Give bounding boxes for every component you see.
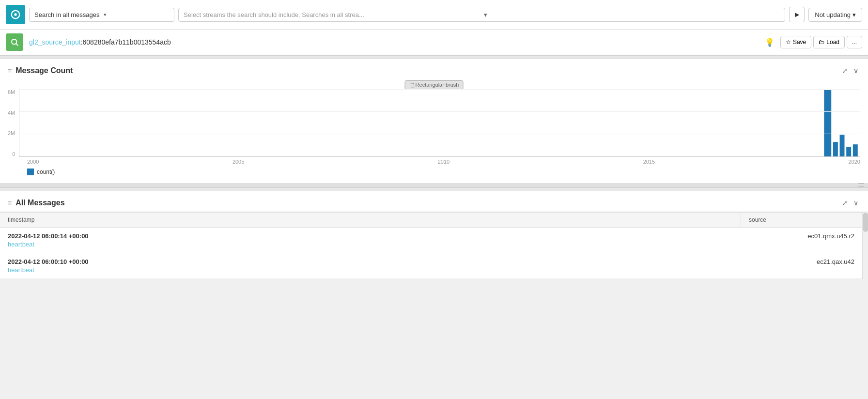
section-divider-2 xyxy=(0,187,868,191)
stream-select-dropdown[interactable]: Select streams the search should include… xyxy=(178,8,785,22)
grid-line-mid2 xyxy=(19,134,860,134)
chart-inner xyxy=(19,89,860,157)
message-cell-left-2: 2022-04-12 06:00:10 +00:00 heartbeat xyxy=(0,253,741,278)
message-link-2[interactable]: heartbeat xyxy=(8,266,34,274)
y-label-2m: 2M xyxy=(8,130,15,136)
pin-button[interactable]: ⤢ xyxy=(840,66,850,76)
chart-container: 6M 4M 2M 0 xyxy=(8,79,860,157)
collapse-button[interactable]: ∨ xyxy=(852,66,860,76)
query-actions: ☆ Save 🗁 Load ... xyxy=(780,36,862,48)
x-label-2020: 2020 xyxy=(849,159,860,165)
query-value: 608280efa7b11b0013554acb xyxy=(83,38,171,46)
table-row: 2022-04-12 06:00:14 +00:00 heartbeat ec0… xyxy=(0,228,862,253)
scroll-thumb[interactable] xyxy=(863,213,868,232)
svg-point-1 xyxy=(14,13,17,16)
load-button[interactable]: 🗁 Load xyxy=(813,36,845,48)
bulb-icon[interactable]: 💡 xyxy=(765,38,775,47)
x-label-2010: 2010 xyxy=(438,159,450,165)
legend-label-count: count() xyxy=(37,169,55,175)
not-updating-label: Not updating xyxy=(815,11,851,18)
timestamp-2: 2022-04-12 06:00:10 +00:00 xyxy=(8,258,733,265)
x-label-2015: 2015 xyxy=(643,159,655,165)
grid-line-mid1 xyxy=(19,111,860,112)
query-field: gl2_source_input xyxy=(29,38,81,46)
messages-table-wrapper: timestamp source 2022-04-12 06:00:14 +00… xyxy=(0,212,868,279)
play-button[interactable]: ▶ xyxy=(789,7,805,22)
query-text: gl2_source_input:608280efa7b11b0013554ac… xyxy=(29,38,759,46)
chevron-down-icon: ▾ xyxy=(104,12,169,18)
logo-button[interactable] xyxy=(6,5,25,24)
chart-area: ⬚ Rectangular brush 6M 4M 2M 0 xyxy=(0,79,868,183)
column-header-source: source xyxy=(741,213,862,227)
section-header-message-count: ≡ Message Count ⤢ ∨ xyxy=(0,59,868,79)
column-header-timestamp: timestamp xyxy=(0,213,741,227)
x-label-2005: 2005 xyxy=(232,159,244,165)
message-count-title: Message Count xyxy=(16,66,836,75)
y-label-4m: 4M xyxy=(8,110,15,116)
all-messages-title: All Messages xyxy=(16,199,836,207)
drag-icon-2[interactable]: ≡ xyxy=(8,199,12,207)
source-cell-2: ec21.qax.u42 xyxy=(741,253,862,278)
grid-lines xyxy=(19,89,860,156)
message-link-1[interactable]: heartbeat xyxy=(8,241,34,248)
y-axis: 6M 4M 2M 0 xyxy=(8,89,19,157)
stream-select-placeholder: Select streams the search should include… xyxy=(184,11,480,18)
save-button[interactable]: ☆ Save xyxy=(780,36,811,48)
scroll-track[interactable] xyxy=(862,212,868,279)
y-label-6m: 6M xyxy=(8,89,15,95)
more-options-button[interactable]: ... xyxy=(847,36,862,48)
drag-icon[interactable]: ≡ xyxy=(8,67,12,75)
folder-icon: 🗁 xyxy=(819,39,824,46)
search-type-label: Search in all messages xyxy=(34,11,100,18)
collapse-button-2[interactable]: ∨ xyxy=(852,198,860,208)
star-icon: ☆ xyxy=(786,39,791,46)
y-label-0: 0 xyxy=(8,151,15,157)
message-cell-left-1: 2022-04-12 06:00:14 +00:00 heartbeat xyxy=(0,228,741,253)
svg-line-3 xyxy=(16,44,18,46)
timestamp-1: 2022-04-12 06:00:14 +00:00 xyxy=(8,232,733,240)
section-header-all-messages: ≡ All Messages ⤢ ∨ xyxy=(0,191,868,212)
chevron-down-icon: ▾ xyxy=(852,11,856,18)
query-bar: gl2_source_input:608280efa7b11b0013554ac… xyxy=(0,30,868,55)
top-bar: Search in all messages ▾ Select streams … xyxy=(0,0,868,30)
source-cell-1: ec01.qmx.u45.r2 xyxy=(741,228,862,253)
search-type-dropdown[interactable]: Search in all messages ▾ xyxy=(29,8,174,22)
pin-button-2[interactable]: ⤢ xyxy=(840,198,850,208)
resize-handle[interactable] xyxy=(0,183,868,187)
x-axis: 2000 2005 2010 2015 2020 xyxy=(8,159,860,165)
section-controls: ⤢ ∨ xyxy=(840,66,860,76)
chart-legend: count() xyxy=(8,169,860,175)
section-divider xyxy=(0,55,868,59)
table-row: 2022-04-12 06:00:10 +00:00 heartbeat ec2… xyxy=(0,253,862,279)
section-controls-2: ⤢ ∨ xyxy=(840,198,860,208)
play-icon: ▶ xyxy=(795,11,799,18)
all-messages-section: ≡ All Messages ⤢ ∨ timestamp source 2022… xyxy=(0,191,868,279)
legend-color-count xyxy=(27,169,34,175)
chevron-down-icon: ▾ xyxy=(484,11,780,18)
search-execute-button[interactable] xyxy=(6,33,23,51)
table-content: timestamp source 2022-04-12 06:00:14 +00… xyxy=(0,212,862,279)
message-count-section: ≡ Message Count ⤢ ∨ ⬚ Rectangular brush … xyxy=(0,59,868,187)
not-updating-button[interactable]: Not updating ▾ xyxy=(808,8,862,22)
table-header-row: timestamp source xyxy=(0,212,862,228)
svg-point-2 xyxy=(12,39,17,45)
x-label-2000: 2000 xyxy=(27,159,39,165)
grid-line-top xyxy=(19,89,860,90)
